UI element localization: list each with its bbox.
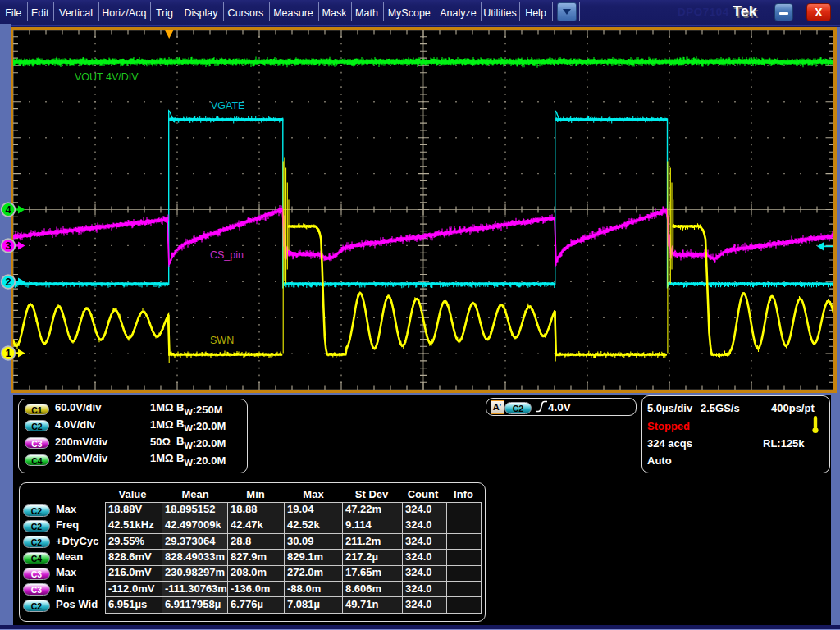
- svg-text:VOUT 4V/DIV: VOUT 4V/DIV: [75, 71, 139, 82]
- svg-text:4: 4: [5, 203, 11, 216]
- svg-text:CS_pin: CS_pin: [210, 249, 244, 260]
- svg-text:3: 3: [5, 240, 11, 252]
- svg-text:SWN: SWN: [210, 334, 234, 345]
- svg-text:VGATE: VGATE: [211, 99, 244, 111]
- svg-text:1: 1: [5, 347, 11, 359]
- svg-text:2: 2: [5, 276, 11, 288]
